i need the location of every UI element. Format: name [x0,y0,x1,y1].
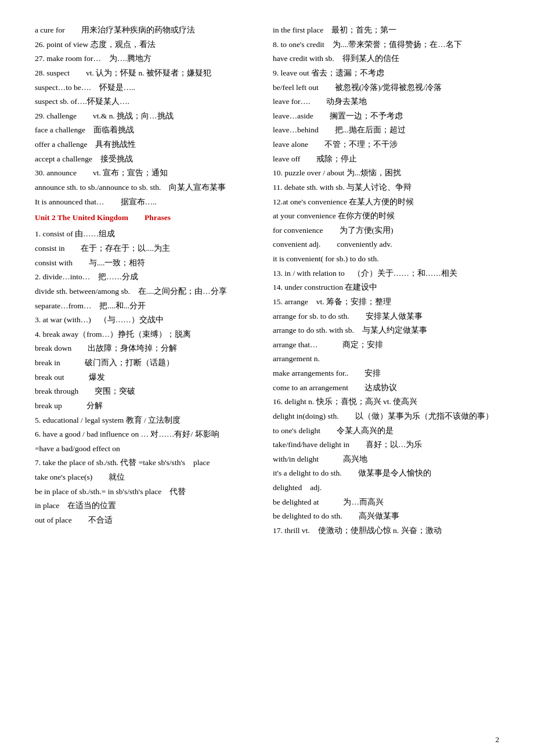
right-entry-27: delight in(doing) sth. 以（做）某事为乐（尤指不该做的事） [273,409,499,423]
left-entry-12: It is announced that… 据宣布….. [35,195,255,209]
right-entry-34: be delighted to do sth. 高兴做某事 [273,509,499,523]
left-entry-11: announce sth. to sb./announce to sb. sth… [35,181,255,195]
left-entry-5: suspect sb. of….怀疑某人…. [35,95,255,109]
right-entry-1: 8. to one's credit 为....带来荣誉；值得赞扬；在…名下 [273,38,499,52]
right-entry-6: leave…aside 搁置一边；不予考虑 [273,109,499,123]
right-entry-7: leave…behind 把...抛在后面；超过 [273,123,499,137]
right-entry-32: delighted adj. [273,481,499,495]
left-entry-22: break down 出故障；身体垮掉；分解 [35,341,255,355]
left-entry-33: in place 在适当的位置 [35,499,255,513]
left-entry-8: offer a challenge 具有挑战性 [35,138,255,152]
left-entry-20: 3. at war (with…) （与……）交战中 [35,313,255,327]
left-entry-7: face a challenge 面临着挑战 [35,123,255,137]
left-entry-1: 26. point of view 态度，观点，看法 [35,38,255,52]
page-container: a cure for 用来治疗某种疾病的药物或疗法26. point of vi… [35,23,499,538]
left-entry-14: 1. consist of 由……组成 [35,227,255,241]
right-entry-21: arrange to do sth. with sb. 与某人约定做某事 [273,323,499,337]
right-entry-3: 9. leave out 省去；遗漏；不考虑 [273,66,499,80]
right-entry-11: 11. debate sth. with sb. 与某人讨论、争辩 [273,181,499,195]
right-entry-30: with/in delight 高兴地 [273,452,499,466]
page-number: 2 [496,735,500,744]
right-entry-20: arrange for sb. to do sth. 安排某人做某事 [273,309,499,323]
left-entry-0: a cure for 用来治疗某种疾病的药物或疗法 [35,23,255,37]
right-column: in the first place 最初；首先；第一8. to one's c… [267,23,499,538]
left-entry-6: 29. challenge vt.& n. 挑战；向…挑战 [35,109,255,123]
right-entry-8: leave alone 不管；不理；不干涉 [273,138,499,152]
left-entry-21: 4. break away（from…）挣托（束缚）；脱离 [35,327,255,341]
left-entry-24: break out 爆发 [35,370,255,384]
left-entry-30: 7. take the place of sb./sth. 代替 =take s… [35,456,255,470]
left-entry-29: =have a bad/good effect on [35,442,255,456]
right-entry-28: to one's delight 令某人高兴的是 [273,424,499,438]
right-entry-5: leave for…. 动身去某地 [273,95,499,109]
left-entry-4: suspect…to be…. 怀疑是….. [35,81,255,95]
left-entry-13: Unit 2 The United Kingdom Phrases [35,211,255,225]
right-entry-2: have credit with sb. 得到某人的信任 [273,52,499,66]
left-entry-25: break through 突围；突破 [35,384,255,398]
right-entry-13: at your convenience 在你方便的时候 [273,209,499,223]
right-entry-4: be/feel left out 被忽视(冷落)/觉得被忽视/冷落 [273,81,499,95]
left-entry-34: out of place 不合适 [35,513,255,527]
right-entry-26: 16. delight n. 快乐；喜悦；高兴 vt. 使高兴 [273,395,499,409]
left-entry-18: divide sth. between/among sb. 在....之间分配；… [35,285,255,298]
right-entry-25: come to an arrangement 达成协议 [273,381,499,395]
left-entry-23: break in 破门而入；打断（话题） [35,356,255,370]
left-entry-19: separate…from… 把....和...分开 [35,299,255,313]
right-entry-16: it is convenient( for sb.) to do sth. [273,252,499,266]
left-column: a cure for 用来治疗某种疾病的药物或疗法26. point of vi… [35,23,267,538]
right-content: in the first place 最初；首先；第一8. to one's c… [273,23,499,538]
left-entry-16: consist with 与....一致；相符 [35,256,255,270]
right-entry-9: leave off 戒除；停止 [273,152,499,166]
right-entry-18: 14. under construction 在建设中 [273,280,499,294]
right-entry-15: convenient adj. conveniently adv. [273,237,499,251]
right-entry-24: make arrangements for.. 安排 [273,366,499,380]
left-entry-28: 6. have a good / bad influence on … 对……有… [35,427,255,441]
left-entry-31: take one's place(s) 就位 [35,470,255,484]
left-content: a cure for 用来治疗某种疾病的药物或疗法26. point of vi… [35,23,255,527]
left-entry-10: 30. announce vt. 宣布；宣告；通知 [35,166,255,180]
right-entry-31: it's a delight to do sth. 做某事是令人愉快的 [273,466,499,480]
left-entry-27: 5. educational / legal system 教育 / 立法制度 [35,413,255,427]
right-entry-12: 12.at one's convenience 在某人方便的时候 [273,195,499,209]
right-entry-35: 17. thrill vt. 使激动；使胆战心惊 n. 兴奋；激动 [273,524,499,538]
left-entry-26: break up 分解 [35,399,255,413]
right-entry-17: 13. in / with relation to （介）关于……；和……相关 [273,267,499,280]
left-entry-2: 27. make room for… 为….腾地方 [35,52,255,66]
right-entry-0: in the first place 最初；首先；第一 [273,23,499,37]
right-entry-29: take/find/have delight in 喜好；以…为乐 [273,438,499,452]
right-entry-14: for convenience 为了方便(实用) [273,224,499,237]
left-entry-32: be in place of sb./sth.= in sb's/sth's p… [35,485,255,499]
right-entry-33: be delighted at 为…而高兴 [273,495,499,509]
left-entry-17: 2. divide…into… 把……分成 [35,270,255,284]
right-entry-19: 15. arrange vt. 筹备；安排；整理 [273,295,499,309]
left-entry-15: consist in 在于；存在于；以....为主 [35,242,255,255]
right-entry-10: 10. puzzle over / about 为...烦恼，困扰 [273,166,499,180]
right-entry-22: arrange that… 商定；安排 [273,338,499,352]
left-entry-3: 28. suspect vt. 认为；怀疑 n. 被怀疑者；嫌疑犯 [35,66,255,80]
right-entry-23: arrangement n. [273,352,499,366]
left-entry-9: accept a challenge 接受挑战 [35,152,255,166]
